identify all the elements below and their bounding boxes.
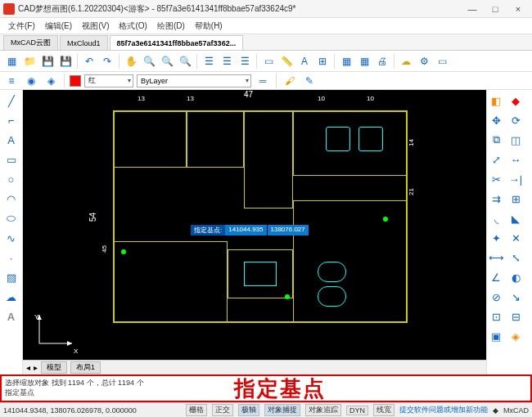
layers-icon[interactable]: ☰ xyxy=(201,53,217,70)
maximize-button[interactable]: □ xyxy=(485,2,506,16)
brush-icon[interactable]: ✎ xyxy=(301,73,318,89)
layers2-icon[interactable]: ☰ xyxy=(219,53,235,70)
text-tool-icon[interactable]: A xyxy=(2,131,20,149)
menu-help[interactable]: 帮助(H) xyxy=(190,20,228,32)
lineweight-icon[interactable]: ═ xyxy=(255,73,271,89)
dim-aligned-icon[interactable]: ⤡ xyxy=(507,249,525,267)
window-title: CAD梦想画图(6.1.20220304)<游客> - 85f7a3e61413… xyxy=(18,3,462,15)
circle-tool-icon[interactable]: ○ xyxy=(2,170,20,188)
zoom-out-icon[interactable]: 🔍 xyxy=(159,53,175,70)
leader-icon[interactable]: ↘ xyxy=(507,288,525,306)
export-icon[interactable]: ▭ xyxy=(434,53,450,70)
text-style-icon[interactable]: A xyxy=(296,53,313,70)
settings-icon[interactable]: ⚙ xyxy=(416,53,432,70)
arc-tool-icon[interactable]: ◠ xyxy=(2,190,20,208)
pan-icon[interactable]: ✋ xyxy=(123,53,139,70)
block-icon[interactable]: ▦ xyxy=(338,53,354,70)
dim: 13 xyxy=(187,95,194,102)
dim-linear-icon[interactable]: ⟷ xyxy=(487,249,505,267)
status-bar: 141044.9348, 138076.026978, 0.000000 栅格 … xyxy=(0,402,532,417)
cloud-shape-tool-icon[interactable]: ☁ xyxy=(2,288,20,306)
layer-visibility-icon[interactable]: ◉ xyxy=(23,73,39,89)
misc1-icon[interactable]: ⊡ xyxy=(487,307,505,325)
chamfer-icon[interactable]: ◣ xyxy=(507,209,525,227)
saveas-icon[interactable]: 💾 xyxy=(57,53,74,70)
close-button[interactable]: × xyxy=(507,2,529,16)
open-file-icon[interactable]: 📁 xyxy=(21,53,38,70)
tab-layout1[interactable]: 布局1 xyxy=(70,361,101,374)
dim-diameter-icon[interactable]: ⊘ xyxy=(487,288,505,306)
render-icon[interactable]: ◈ xyxy=(507,327,525,345)
tab-mxcad-cloud[interactable]: MxCAD云图 xyxy=(3,35,58,50)
tab-nav-left[interactable]: ◂ xyxy=(26,363,30,372)
tab-current-doc[interactable]: 85f7a3e6141341ff8bbae57af3362... xyxy=(110,35,244,50)
point-tool-icon[interactable]: · xyxy=(2,249,20,267)
palette-icon[interactable]: ◆ xyxy=(507,92,525,110)
copy-icon[interactable]: ⧉ xyxy=(487,131,505,149)
layer-icon[interactable]: ◈ xyxy=(43,73,59,89)
command-line[interactable]: 选择缩放对象 找到 1194 个，总计 1194 个 指定基点 指定基点 xyxy=(0,374,532,402)
color-swatch[interactable] xyxy=(70,75,81,87)
toggle-grid[interactable]: 栅格 xyxy=(186,404,207,416)
measure-icon[interactable]: 📏 xyxy=(278,53,295,70)
menu-draw[interactable]: 绘图(D) xyxy=(152,20,190,32)
toggle-dyn[interactable]: DYN xyxy=(346,406,368,415)
cloud-icon[interactable]: ☁ xyxy=(398,53,414,70)
misc2-icon[interactable]: ⊟ xyxy=(507,307,525,325)
rectangle-tool-icon[interactable]: ▭ xyxy=(2,150,20,168)
ellipse-tool-icon[interactable]: ⬭ xyxy=(2,209,20,227)
offset-icon[interactable]: ⇉ xyxy=(487,190,505,208)
menu-edit[interactable]: 编辑(E) xyxy=(40,20,77,32)
menu-view[interactable]: 视图(V) xyxy=(77,20,114,32)
explode-icon[interactable]: ✦ xyxy=(487,229,505,247)
layer-dropdown-icon[interactable]: ≡ xyxy=(3,73,20,89)
tab-mxcloud1[interactable]: MxCloud1 xyxy=(60,35,108,50)
mtext-tool-icon[interactable]: A xyxy=(2,307,20,325)
stretch-icon[interactable]: ↔ xyxy=(507,150,525,168)
minimize-button[interactable]: — xyxy=(462,2,483,16)
zoom-extent-icon[interactable]: 🔍 xyxy=(177,53,193,70)
trim-icon[interactable]: ✂ xyxy=(487,170,505,188)
dim-angular-icon[interactable]: ∠ xyxy=(487,268,505,286)
undo-icon[interactable]: ↶ xyxy=(81,53,97,70)
drawing-canvas[interactable]: 13 13 47 10 10 45 54 14 21 xyxy=(23,90,486,360)
feedback-link[interactable]: 提交软件问题或增加新功能 xyxy=(399,405,488,415)
app-logo-icon xyxy=(3,3,15,15)
rotate-icon[interactable]: ⟳ xyxy=(507,111,525,129)
toggle-lineweight[interactable]: 线宽 xyxy=(373,404,394,416)
toggle-polar[interactable]: 极轴 xyxy=(238,404,259,416)
mirror-icon[interactable]: ◫ xyxy=(507,131,525,149)
paint-icon[interactable]: 🖌 xyxy=(282,73,298,89)
cube-view-icon[interactable]: ◧ xyxy=(487,92,505,110)
move-icon[interactable]: ✥ xyxy=(487,111,505,129)
print-icon[interactable]: 🖨 xyxy=(374,53,390,70)
spline-tool-icon[interactable]: ∿ xyxy=(2,229,20,247)
dim-style-icon[interactable]: ⊞ xyxy=(314,53,331,70)
layers3-icon[interactable]: ☰ xyxy=(237,53,253,70)
erase-icon[interactable]: ✕ xyxy=(507,229,525,247)
linetype-dropdown[interactable]: ByLayer xyxy=(137,74,251,87)
menu-format[interactable]: 格式(O) xyxy=(114,20,151,32)
color-dropdown[interactable]: 红 xyxy=(84,74,133,87)
new-file-icon[interactable]: ▦ xyxy=(3,53,20,70)
menu-file[interactable]: 文件(F) xyxy=(3,20,40,32)
scale-icon[interactable]: ⤢ xyxy=(487,150,505,168)
array-icon[interactable]: ⊞ xyxy=(507,190,525,208)
polyline-tool-icon[interactable]: ⌐ xyxy=(2,111,20,129)
save-icon[interactable]: 💾 xyxy=(39,53,56,70)
redo-icon[interactable]: ↷ xyxy=(99,53,115,70)
toggle-osnap[interactable]: 对象捕捉 xyxy=(264,404,300,416)
properties-icon[interactable]: ▭ xyxy=(260,53,277,70)
toggle-otrack[interactable]: 对象追踪 xyxy=(305,404,341,416)
tab-model[interactable]: 模型 xyxy=(41,361,67,374)
fillet-icon[interactable]: ◟ xyxy=(487,209,505,227)
tab-nav-right[interactable]: ▸ xyxy=(34,363,38,372)
zoom-in-icon[interactable]: 🔍 xyxy=(141,53,157,70)
toggle-ortho[interactable]: 正交 xyxy=(212,404,233,416)
line-tool-icon[interactable]: ╱ xyxy=(2,92,20,110)
extend-icon[interactable]: →| xyxy=(507,170,525,188)
3d-cube-icon[interactable]: ▣ xyxy=(487,327,505,345)
dim-radius-icon[interactable]: ◐ xyxy=(507,268,525,286)
insert-icon[interactable]: ▦ xyxy=(356,53,372,70)
hatch-tool-icon[interactable]: ▨ xyxy=(2,268,20,286)
